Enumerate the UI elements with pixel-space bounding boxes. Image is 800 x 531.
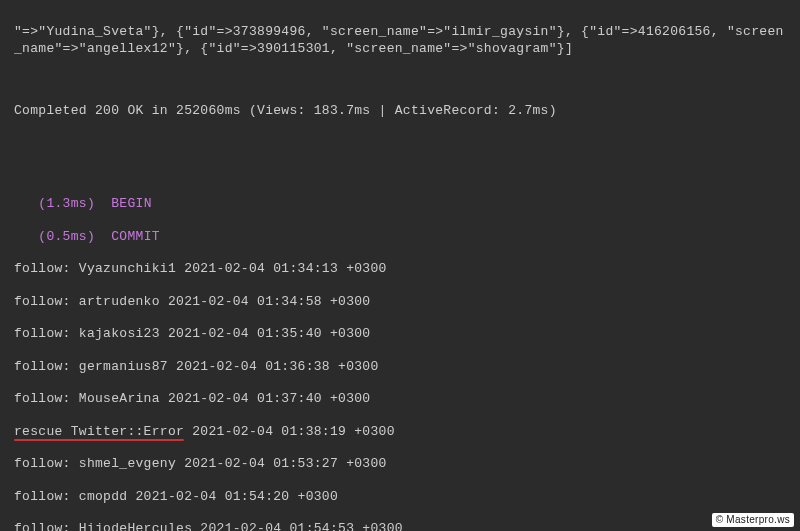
follow-line: follow: HijodeHercules 2021-02-04 01:54:… — [14, 521, 786, 531]
follow-line: follow: artrudenko 2021-02-04 01:34:58 +… — [14, 294, 786, 310]
follow-line: follow: cmopdd 2021-02-04 01:54:20 +0300 — [14, 489, 786, 505]
transaction-begin: (1.3ms) BEGIN — [14, 196, 786, 212]
rescue-timestamp: 2021-02-04 01:38:19 +0300 — [184, 424, 395, 439]
follow-line: follow: MouseArina 2021-02-04 01:37:40 +… — [14, 391, 786, 407]
follow-line: follow: Vyazunchiki1 2021-02-04 01:34:13… — [14, 261, 786, 277]
tx-commit-time: (0.5ms) — [38, 229, 95, 244]
follow-line: follow: shmel_evgeny 2021-02-04 01:53:27… — [14, 456, 786, 472]
watermark-badge: © Masterpro.ws — [712, 513, 794, 528]
follow-line: follow: germanius87 2021-02-04 01:36:38 … — [14, 359, 786, 375]
completed-status-line: Completed 200 OK in 252060ms (Views: 183… — [14, 103, 786, 119]
follow-line: follow: kajakosi23 2021-02-04 01:35:40 +… — [14, 326, 786, 342]
json-dump-line: "=>"Yudina_Sveta"}, {"id"=>373899496, "s… — [14, 24, 786, 57]
terminal-output: "=>"Yudina_Sveta"}, {"id"=>373899496, "s… — [14, 8, 786, 531]
tx-begin-label: BEGIN — [111, 196, 152, 211]
blank-line — [14, 166, 786, 180]
tx-begin-time: (1.3ms) — [38, 196, 95, 211]
tx-commit-label: COMMIT — [111, 229, 160, 244]
blank-line — [14, 136, 786, 150]
transaction-commit: (0.5ms) COMMIT — [14, 229, 786, 245]
rescue-error-text: rescue Twitter::Error — [14, 424, 184, 440]
blank-line — [14, 73, 786, 87]
rescue-line: rescue Twitter::Error 2021-02-04 01:38:1… — [14, 424, 786, 440]
